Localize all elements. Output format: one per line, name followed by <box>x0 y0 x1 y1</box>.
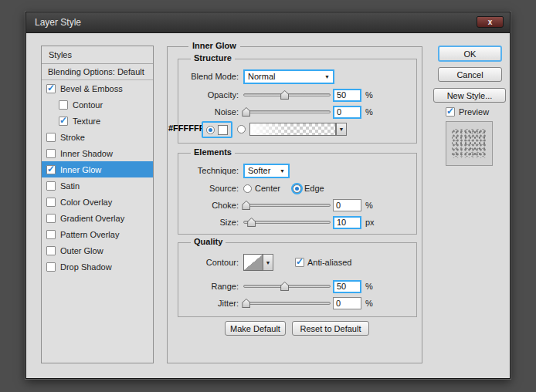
outer-glow-checkbox[interactable] <box>46 246 56 255</box>
gradient-picker[interactable] <box>249 123 336 136</box>
sidebar-item-bevel-emboss[interactable]: Bevel & Emboss <box>42 80 153 96</box>
sidebar-item-stroke[interactable]: Stroke <box>42 129 153 145</box>
slider-thumb[interactable] <box>242 201 250 210</box>
texture-checkbox[interactable] <box>59 117 68 126</box>
source-center-radio[interactable] <box>243 184 252 193</box>
sidebar-item-contour[interactable]: Contour <box>42 96 153 113</box>
sidebar-item-blending-options[interactable]: Blending Options: Default <box>42 64 153 80</box>
sidebar-item-drop-shadow[interactable]: Drop Shadow <box>42 259 153 275</box>
technique-select[interactable]: Softer ▼ <box>243 164 290 178</box>
gradient-arrow-button[interactable]: ▼ <box>336 123 347 136</box>
pattern-overlay-checkbox[interactable] <box>46 230 56 239</box>
noise-row: Noise: % <box>178 104 416 120</box>
glow-color-row: #FFFFFF ▼ <box>178 121 416 138</box>
choke-slider[interactable] <box>243 200 331 211</box>
sidebar-item-outer-glow[interactable]: Outer Glow <box>42 242 153 259</box>
desktop-background: Layer Style x Styles Blending Options: D… <box>0 0 536 392</box>
gradient-overlay-checkbox[interactable] <box>46 214 56 223</box>
satin-checkbox[interactable] <box>46 181 56 191</box>
preview-checkbox[interactable] <box>446 107 455 117</box>
range-label: Range: <box>178 282 243 291</box>
ok-button[interactable]: OK <box>438 46 502 62</box>
choke-input[interactable] <box>333 199 361 211</box>
close-icon[interactable]: x <box>477 16 504 28</box>
slider-track[interactable] <box>243 204 331 207</box>
drop-shadow-checkbox[interactable] <box>46 262 56 272</box>
dialog-title: Layer Style <box>35 17 81 28</box>
slider-thumb[interactable] <box>242 299 250 308</box>
source-edge-label: Edge <box>304 184 324 193</box>
panel-title: Inner Glow <box>188 41 240 50</box>
slider-track[interactable] <box>243 302 331 305</box>
opacity-input[interactable] <box>333 89 361 102</box>
styles-panel: Styles Blending Options: Default Bevel &… <box>41 46 154 363</box>
slider-thumb[interactable] <box>242 107 250 117</box>
reset-to-default-button[interactable]: Reset to Default <box>292 321 369 336</box>
sidebar-item-inner-shadow[interactable]: Inner Shadow <box>42 145 153 161</box>
solid-color-option[interactable] <box>202 121 232 138</box>
color-overlay-checkbox[interactable] <box>46 198 56 207</box>
contour-arrow-button[interactable]: ▼ <box>263 254 273 271</box>
slider-thumb[interactable] <box>247 218 256 227</box>
noise-label: Noise: <box>178 107 243 117</box>
slider-track[interactable] <box>243 110 331 113</box>
quality-legend: Quality <box>191 237 226 246</box>
jitter-row: Jitter: % <box>178 296 416 311</box>
color-swatch[interactable] <box>218 125 228 135</box>
technique-label: Technique: <box>178 166 243 175</box>
range-input[interactable] <box>333 280 361 293</box>
stroke-checkbox[interactable] <box>46 133 56 142</box>
choke-unit: % <box>365 201 373 210</box>
size-row: Size: px <box>178 215 416 230</box>
make-default-button[interactable]: Make Default <box>225 321 286 336</box>
contour-picker[interactable] <box>243 254 263 271</box>
sidebar-item-satin[interactable]: Satin <box>42 177 153 194</box>
size-input[interactable] <box>333 216 361 229</box>
cancel-button[interactable]: Cancel <box>438 67 502 82</box>
chevron-down-icon: ▼ <box>320 74 330 79</box>
new-style-button[interactable]: New Style... <box>433 88 506 103</box>
inner-shadow-checkbox[interactable] <box>46 149 56 158</box>
sidebar-item-color-overlay[interactable]: Color Overlay <box>42 194 153 210</box>
chevron-down-icon: ▼ <box>275 168 285 174</box>
sidebar-item-label: Texture <box>73 117 100 126</box>
sidebar-item-label: Outer Glow <box>60 246 103 255</box>
solid-color-radio[interactable] <box>206 126 215 134</box>
source-row: Source: Center Edge <box>178 181 416 196</box>
jitter-input[interactable] <box>333 297 361 309</box>
noise-slider[interactable] <box>243 106 331 117</box>
jitter-slider[interactable] <box>243 298 331 309</box>
slider-thumb[interactable] <box>280 282 289 291</box>
sidebar-item-gradient-overlay[interactable]: Gradient Overlay <box>42 210 153 226</box>
elements-legend: Elements <box>191 147 235 157</box>
technique-row: Technique: Softer ▼ <box>178 163 416 178</box>
sidebar-item-label: Contour <box>73 100 103 110</box>
sidebar-item-pattern-overlay[interactable]: Pattern Overlay <box>42 226 153 242</box>
source-label: Source: <box>178 184 243 193</box>
blend-mode-select[interactable]: Normal ▼ <box>243 69 334 84</box>
color-hex-label: #FFFFFF <box>168 123 204 133</box>
gradient-radio[interactable] <box>237 125 246 133</box>
sidebar-item-label: Blending Options: Default <box>48 67 144 76</box>
slider-thumb[interactable] <box>280 90 289 100</box>
contour-checkbox[interactable] <box>59 100 68 110</box>
noise-input[interactable] <box>333 106 361 119</box>
source-edge-radio[interactable] <box>293 184 301 193</box>
sidebar-item-inner-glow[interactable]: Inner Glow <box>42 161 153 177</box>
slider-track[interactable] <box>243 221 331 224</box>
anti-aliased-checkbox[interactable] <box>295 258 304 267</box>
inner-glow-checkbox[interactable] <box>46 165 56 174</box>
dialog-titlebar[interactable]: Layer Style x <box>26 12 510 33</box>
range-slider[interactable] <box>243 281 331 292</box>
sidebar-item-label: Stroke <box>60 133 85 142</box>
sidebar-item-texture[interactable]: Texture <box>42 113 153 129</box>
sidebar-item-label: Satin <box>60 181 80 191</box>
jitter-label: Jitter: <box>178 299 243 308</box>
bevel-emboss-checkbox[interactable] <box>46 84 56 93</box>
jitter-unit: % <box>365 299 373 308</box>
opacity-slider[interactable] <box>243 90 331 100</box>
sidebar-item-label: Inner Glow <box>60 165 101 174</box>
size-slider[interactable] <box>243 217 331 228</box>
sidebar-item-label: Inner Shadow <box>60 149 113 158</box>
technique-value: Softer <box>248 166 270 175</box>
